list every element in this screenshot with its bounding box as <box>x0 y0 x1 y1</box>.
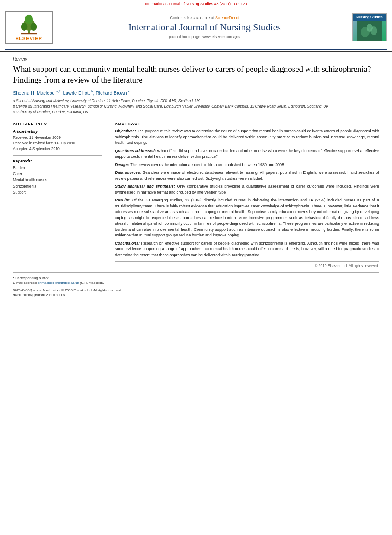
abstract-col: ABSTRACT Objectives: The purpose of this… <box>115 122 379 268</box>
received-revised: Received in revised form 14 July 2010 <box>13 140 102 146</box>
badge-title: Nursing Studies <box>353 14 386 21</box>
svg-point-3 <box>31 23 37 31</box>
abstract-data-sources: Data sources: Searches were made of elec… <box>115 170 379 182</box>
header-top-row: ELSEVIER Contents lists available at Sci… <box>0 7 392 47</box>
keyword-carer: Carer <box>13 171 102 177</box>
journal-reference-bar: International Journal of Nursing Studies… <box>0 0 392 7</box>
email-person: (S.H. Macleod). <box>80 281 104 285</box>
section-divider-left <box>13 155 102 156</box>
issn-text: 0020-7489/$ – see front matter © 2010 El… <box>13 288 379 292</box>
journal-ref-text: International Journal of Nursing Studies… <box>145 2 247 6</box>
email-address[interactable]: shmacleod@dundee.ac.uk <box>38 281 79 285</box>
elsevier-tree-icon <box>16 13 42 35</box>
svg-point-4 <box>25 15 33 24</box>
affiliations: a School of Nursing and Midwifery, Unive… <box>13 98 379 115</box>
badge-cover-icon <box>357 21 382 41</box>
author-sheena: Sheena H. Macleod a,*, <box>13 90 62 96</box>
nursing-studies-badge: Nursing Studies <box>352 13 387 41</box>
affiliation-c: c University of Dundee, Dundee, Scotland… <box>13 109 379 115</box>
author-richard: Richard Brown c <box>96 90 130 96</box>
article-content: Review What support can community mental… <box>0 52 392 272</box>
journal-title-area: Contents lists available at ScienceDirec… <box>57 16 352 39</box>
email-label: E-mail address: <box>13 281 37 285</box>
abstract-objectives: Objectives: The purpose of this review w… <box>115 128 379 146</box>
keyword-burden: Burden <box>13 165 102 171</box>
keyword-support: Support <box>13 189 102 195</box>
sciencedirect-link[interactable]: ScienceDirect <box>215 16 239 20</box>
elsevier-logo: ELSEVIER <box>5 11 57 44</box>
svg-point-9 <box>367 24 373 32</box>
elsevier-label: ELSEVIER <box>16 36 42 41</box>
abstract-design: Design: This review covers the internati… <box>115 162 379 168</box>
affiliation-a: a School of Nursing and Midwifery, Unive… <box>13 98 379 104</box>
data-sources-title: Data sources: <box>115 170 141 175</box>
article-section-label: Review <box>13 57 379 61</box>
keyword-schizophrenia: Schizophrenia <box>13 183 102 189</box>
contents-available-text: Contents lists available at ScienceDirec… <box>66 16 344 20</box>
abstract-conclusions: Conclusions: Research on effective suppo… <box>115 241 379 258</box>
journal-title: International Journal of Nursing Studies <box>66 22 344 33</box>
journal-header: ELSEVIER Contents lists available at Sci… <box>0 7 392 52</box>
design-title: Design: <box>115 162 129 167</box>
affiliation-b: b Centre for Integrated Healthcare Resea… <box>13 104 379 109</box>
questions-title: Questions addressed: <box>115 149 156 153</box>
results-text: Of the 68 emerging studies, 12 (18%) dir… <box>115 198 379 237</box>
article-history: Article history: Received 11 November 20… <box>13 129 102 151</box>
accepted: Accepted 4 September 2010 <box>13 146 102 152</box>
svg-rect-5 <box>21 33 37 34</box>
article-footer: * Corresponding author. E-mail address: … <box>13 272 379 301</box>
article-info-col: ARTICLE INFO Article history: Received 1… <box>13 122 108 268</box>
keywords-list: Burden Carer Mental health nurses Schizo… <box>13 165 102 196</box>
conclusions-text: Research on effective support for carers… <box>115 241 379 257</box>
data-sources-text: Searches were made of electronic databas… <box>115 170 379 181</box>
abstract-questions: Questions addressed: What effect did sup… <box>115 148 379 160</box>
journal-homepage: journal homepage: www.elsevier.com/ijns <box>66 35 344 39</box>
article-history-label: Article history: <box>13 129 102 134</box>
objectives-text: The purpose of this review was to determ… <box>115 129 379 145</box>
keyword-mental-health-nurses: Mental health nurses <box>13 177 102 183</box>
corresponding-note: * Corresponding author. <box>13 276 379 280</box>
article-body: ARTICLE INFO Article history: Received 1… <box>13 122 379 268</box>
results-title: Results: <box>115 198 131 202</box>
design-text: This review covers the international sci… <box>130 162 285 167</box>
email-line: E-mail address: shmacleod@dundee.ac.uk (… <box>13 281 379 285</box>
abstract-study-appraisal: Study appraisal and synthesis: Only comp… <box>115 184 379 195</box>
header-divider <box>5 49 387 50</box>
article-info-label: ARTICLE INFO <box>13 122 102 126</box>
conclusions-title: Conclusions: <box>115 241 140 245</box>
keywords-section: Keywords: Burden Carer Mental health nur… <box>13 159 102 196</box>
copyright-line: © 2010 Elsevier Ltd. All rights reserved… <box>115 261 379 268</box>
objectives-title: Objectives: <box>115 129 136 133</box>
article-title: What support can community mental health… <box>13 64 379 85</box>
abstract-results: Results: Of the 68 emerging studies, 12 … <box>115 197 379 239</box>
abstract-label: ABSTRACT <box>115 122 379 126</box>
author-lawrie: Lawrie Elliott b, <box>63 90 95 96</box>
svg-point-2 <box>21 23 28 31</box>
authors-line: Sheena H. Macleod a,*, Lawrie Elliott b,… <box>13 89 379 96</box>
issn-line: 0020-7489/$ – see front matter © 2010 El… <box>13 288 379 297</box>
section-divider-1 <box>13 118 379 118</box>
received-1: Received 11 November 2009 <box>13 135 102 140</box>
doi-text: doi:10.1016/j.ijnurstu.2010.09.005 <box>13 293 379 297</box>
badge-image <box>353 21 386 41</box>
keywords-label: Keywords: <box>13 159 102 163</box>
study-appraisal-title: Study appraisal and synthesis: <box>115 184 175 188</box>
